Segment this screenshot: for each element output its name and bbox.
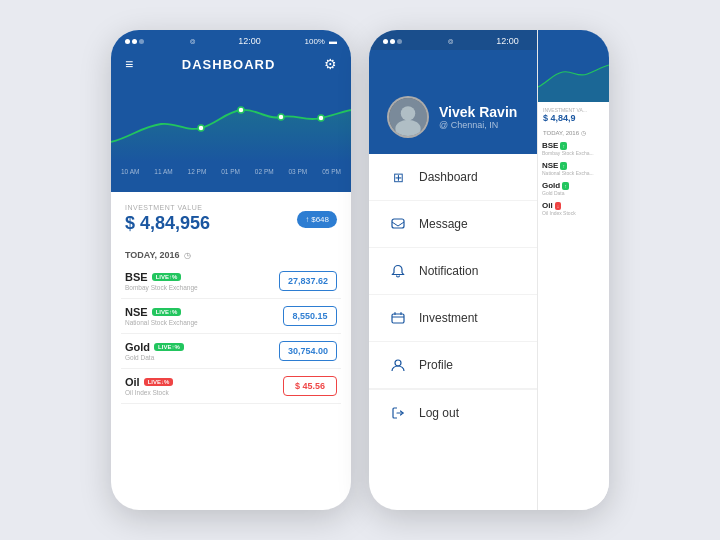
svg-point-6 [395, 120, 420, 138]
stock-badge-gold: LIVE↑% [154, 343, 184, 351]
stock-info-gold: Gold LIVE↑% Gold Data [125, 341, 184, 361]
svg-point-3 [318, 115, 324, 121]
main-phone: ⌾ 12:00 100% ▬ ≡ DASHBOARD ⚙ [111, 30, 351, 510]
peek-row-oil: Oil ↓ Oil Index Stock [542, 201, 605, 216]
stock-row-gold[interactable]: Gold LIVE↑% Gold Data 30,754.00 [121, 334, 341, 369]
drawer-wifi-icon: ⌾ [448, 36, 453, 46]
peek-status-bar [538, 30, 609, 52]
stock-value-gold: 30,754.00 [279, 341, 337, 361]
stock-value-nse: 8,550.15 [283, 306, 337, 326]
message-icon [389, 215, 407, 233]
time-display: 12:00 [238, 36, 261, 46]
peek-chart [538, 52, 609, 102]
investment-icon [389, 309, 407, 327]
svg-point-0 [198, 125, 204, 131]
page-title: DASHBOARD [182, 57, 276, 72]
badge-arrow: ↑ [305, 215, 309, 224]
stock-info-oil: Oil LIVE↓% Oil Index Stock [125, 376, 173, 396]
time-6: 03 PM [288, 168, 307, 175]
avatar [387, 96, 429, 138]
svg-point-9 [395, 360, 401, 366]
app-header: ≡ DASHBOARD ⚙ [111, 50, 351, 82]
peek-panel: INVESTMENT VA... $ 4,84,9 TODAY, 2016 ◷ … [537, 30, 609, 510]
dashboard-icon: ⊞ [389, 168, 407, 186]
peek-row-nse: NSE ↑ National Stock Excha... [542, 161, 605, 176]
peek-inv-amount: $ 4,84,9 [543, 113, 604, 123]
today-header: TODAY, 2016 ◷ [111, 242, 351, 264]
nav-label-logout: Log out [419, 406, 459, 420]
nav-label-dashboard: Dashboard [419, 170, 478, 184]
status-bar: ⌾ 12:00 100% ▬ [111, 30, 351, 50]
battery-icon: ▬ [329, 37, 337, 46]
notification-icon [389, 262, 407, 280]
signal-dots [125, 36, 146, 46]
stock-badge-oil: LIVE↓% [144, 378, 174, 386]
stock-name-gold: Gold [125, 341, 150, 353]
time-2: 11 AM [154, 168, 172, 175]
peek-row-gold: Gold ↑ Gold Data [542, 181, 605, 196]
drawer-signal-dots [383, 36, 404, 46]
profile-name: Vivek Ravin [439, 104, 517, 120]
stock-row-bse[interactable]: BSE LIVE↑% Bombay Stock Exchange 27,837.… [121, 264, 341, 299]
stock-sub-bse: Bombay Stock Exchange [125, 284, 198, 291]
peek-today: TODAY, 2016 ◷ [538, 126, 609, 139]
today-icon: ◷ [184, 251, 191, 260]
line-chart [111, 82, 351, 162]
menu-icon[interactable]: ≡ [125, 56, 133, 72]
battery-label: 100% [305, 37, 325, 46]
wifi-icon: ⌾ [190, 36, 195, 46]
stock-name-bse: BSE [125, 271, 148, 283]
time-3: 12 PM [188, 168, 207, 175]
investment-badge: ↑ $648 [297, 211, 337, 228]
stock-sub-oil: Oil Index Stock [125, 389, 173, 396]
chart-time-labels: 10 AM 11 AM 12 PM 01 PM 02 PM 03 PM 05 P… [111, 166, 351, 175]
filter-icon[interactable]: ⚙ [324, 56, 337, 72]
time-4: 01 PM [221, 168, 240, 175]
time-7: 05 PM [322, 168, 341, 175]
stock-info-bse: BSE LIVE↑% Bombay Stock Exchange [125, 271, 198, 291]
nav-label-profile: Profile [419, 358, 453, 372]
nav-label-notification: Notification [419, 264, 478, 278]
peek-rows: BSE ↑ Bombay Stock Excha... NSE ↑ Nation… [538, 139, 609, 223]
badge-value: $648 [311, 215, 329, 224]
profile-icon [389, 356, 407, 374]
investment-value-section: INVESTMENT VALUE $ 4,84,956 ↑ $648 [111, 192, 351, 242]
battery-section: 100% ▬ [305, 37, 337, 46]
stock-name-nse: NSE [125, 306, 148, 318]
stock-value-oil: $ 45.56 [283, 376, 337, 396]
time-5: 02 PM [255, 168, 274, 175]
profile-info: Vivek Ravin @ Chennai, IN [439, 104, 517, 130]
stock-row-nse[interactable]: NSE LIVE↑% National Stock Exchange 8,550… [121, 299, 341, 334]
avatar-image [389, 98, 427, 136]
investment-label: INVESTMENT VALUE [125, 204, 210, 211]
svg-point-5 [401, 106, 415, 120]
peek-row-bse: BSE ↑ Bombay Stock Excha... [542, 141, 605, 156]
peek-investment: INVESTMENT VA... $ 4,84,9 [538, 102, 609, 126]
stock-row-oil[interactable]: Oil LIVE↓% Oil Index Stock $ 45.56 [121, 369, 341, 404]
stock-list: BSE LIVE↑% Bombay Stock Exchange 27,837.… [111, 264, 351, 404]
stock-sub-nse: National Stock Exchange [125, 319, 198, 326]
stock-badge-nse: LIVE↑% [152, 308, 182, 316]
investment-amount: $ 4,84,956 [125, 213, 210, 234]
logout-icon [389, 404, 407, 422]
profile-location: @ Chennai, IN [439, 120, 517, 130]
nav-label-message: Message [419, 217, 468, 231]
drawer-time: 12:00 [496, 36, 519, 46]
drawer-phone: ⌾ 12:00 100% ▬ ≡ V [369, 30, 609, 510]
time-1: 10 AM [121, 168, 139, 175]
stock-info-nse: NSE LIVE↑% National Stock Exchange [125, 306, 198, 326]
chart-area: 10 AM 11 AM 12 PM 01 PM 02 PM 03 PM 05 P… [111, 82, 351, 192]
stock-sub-gold: Gold Data [125, 354, 184, 361]
nav-label-investment: Investment [419, 311, 478, 325]
svg-point-1 [238, 107, 244, 113]
stock-value-bse: 27,837.62 [279, 271, 337, 291]
today-label: TODAY, 2016 [125, 250, 180, 260]
stock-badge-bse: LIVE↑% [152, 273, 182, 281]
svg-rect-8 [392, 314, 404, 323]
svg-point-2 [278, 114, 284, 120]
stock-name-oil: Oil [125, 376, 140, 388]
